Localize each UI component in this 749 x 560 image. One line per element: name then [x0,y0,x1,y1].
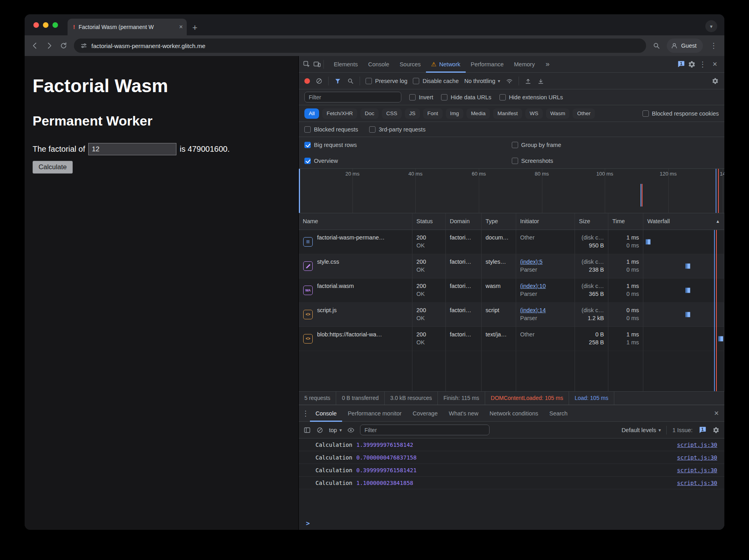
initiator-link[interactable]: Other [520,331,534,338]
blocked-requests-checkbox[interactable]: Blocked requests [304,126,358,133]
big-request-rows-checkbox[interactable]: Big request rows [304,142,512,148]
drawer-tab[interactable]: What's new [443,405,484,422]
site-info-icon[interactable] [80,42,87,49]
overview-checkbox[interactable]: Overview [304,158,512,164]
devtools-tab[interactable]: Network [426,56,466,73]
more-tabs-icon[interactable] [542,60,553,68]
request-type-chip[interactable]: All [304,108,319,119]
import-har-icon[interactable] [524,77,532,85]
calculate-button[interactable]: Calculate [33,161,73,174]
initiator-link[interactable]: (index):14 [520,307,546,313]
console-prompt[interactable] [299,516,724,530]
console-sidebar-icon[interactable] [304,427,311,434]
console-source-link[interactable]: script.js:30 [677,442,717,448]
disable-cache-checkbox[interactable]: Disable cache [413,78,459,84]
url-bar[interactable]: factorial-wasm-permanent-worker.glitch.m… [74,39,646,53]
factorial-input[interactable] [88,143,176,155]
devtools-tab[interactable]: Sources [395,56,426,73]
record-network-log-icon[interactable] [304,78,310,84]
devtools-tab[interactable]: Console [363,56,394,73]
log-levels-dropdown[interactable]: Default levels [621,427,661,433]
issues-counter-icon[interactable]: 1 [677,60,685,69]
search-network-icon[interactable] [347,77,354,85]
export-har-icon[interactable] [537,77,544,85]
zoom-search-icon[interactable] [652,42,660,50]
request-type-chip[interactable]: JS [405,108,420,119]
third-party-requests-checkbox[interactable]: 3rd-party requests [369,126,426,133]
network-conditions-icon[interactable] [506,77,513,85]
devtools-tab[interactable]: Memory [509,56,540,73]
network-overview-timeline[interactable]: 20 ms 40 ms 60 ms 80 ms 100 ms 120 ms 14 [299,169,724,213]
back-icon[interactable] [31,42,39,50]
network-settings-icon[interactable] [712,77,719,85]
drawer-menu-icon[interactable] [301,409,310,418]
timeline-selection-handle[interactable] [299,169,300,213]
throttling-dropdown[interactable]: No throttling [464,78,500,84]
screenshots-checkbox[interactable]: Screenshots [512,158,719,164]
drawer-tab[interactable]: Search [544,405,573,422]
drawer-tab[interactable]: Console [310,405,342,422]
issue-count-label[interactable]: 1 Issue: [672,427,693,433]
inspect-element-icon[interactable] [303,60,311,68]
drawer-tab[interactable]: Coverage [407,405,443,422]
request-type-chip[interactable]: Doc [360,108,379,119]
tab-close-icon[interactable] [179,23,183,31]
devtools-tab[interactable]: Elements [329,56,363,73]
drawer-close-icon[interactable] [711,409,722,418]
reload-icon[interactable] [60,42,68,50]
browser-menu-icon[interactable] [709,41,718,50]
group-by-frame-checkbox[interactable]: Group by frame [512,142,719,148]
devtools-tab[interactable]: Performance [466,56,509,73]
preserve-log-checkbox[interactable]: Preserve log [366,78,407,84]
request-type-chip[interactable]: Fetch/XHR [322,108,357,119]
drawer-tab[interactable]: Performance monitor [342,405,407,422]
table-column-header[interactable]: Waterfall [643,213,724,230]
hide-extension-urls-checkbox[interactable]: Hide extension URLs [499,94,563,100]
devtools-menu-icon[interactable] [698,60,707,69]
close-window-button[interactable] [33,22,39,28]
request-type-chip[interactable]: Wasm [546,108,570,119]
eye-icon[interactable] [347,427,354,434]
console-source-link[interactable]: script.js:30 [677,480,717,486]
issue-bubble-icon[interactable]: 1 [698,426,707,434]
profile-button[interactable]: Guest [667,39,703,53]
network-request-row[interactable]: script.js 200 OK factori… [299,303,724,327]
console-settings-icon[interactable] [712,427,720,434]
console-source-link[interactable]: script.js:30 [677,454,717,461]
request-type-chip[interactable]: Other [573,108,595,119]
network-request-row[interactable]: blob:https://factorial-wa… 200 OK factor… [299,327,724,351]
request-type-chip[interactable]: CSS [382,108,402,119]
invert-checkbox[interactable]: Invert [409,94,433,100]
drawer-tab[interactable]: Network conditions [484,405,544,422]
new-tab-button[interactable] [192,23,197,32]
hide-data-urls-checkbox[interactable]: Hide data URLs [441,94,491,100]
network-request-row[interactable]: factorial.wasm 200 OK factori… [299,278,724,303]
initiator-link[interactable]: Other [520,234,534,241]
devtools-settings-icon[interactable] [688,60,696,68]
console-source-link[interactable]: script.js:30 [677,467,717,473]
clear-network-log-icon[interactable] [315,77,323,85]
request-type-chip[interactable]: Img [446,108,464,119]
browser-tab[interactable]: ! Factorial Wasm (permanent W [68,19,187,35]
blocked-response-cookies-checkbox[interactable]: Blocked response cookies [643,110,719,117]
clear-console-icon[interactable] [316,427,323,434]
table-column-header[interactable]: Type [482,213,516,230]
table-column-header[interactable]: Time [608,213,643,230]
devtools-close-icon[interactable] [709,60,720,69]
table-column-header[interactable]: Domain [446,213,482,230]
request-type-chip[interactable]: Manifest [493,108,522,119]
initiator-link[interactable]: (index):5 [520,259,542,265]
request-type-chip[interactable]: Media [466,108,490,119]
table-column-header[interactable]: Size [575,213,608,230]
request-type-chip[interactable]: Font [423,108,443,119]
table-column-header[interactable]: Name [299,213,412,230]
filter-funnel-icon[interactable] [334,77,341,85]
tab-search-button[interactable] [705,20,717,32]
table-column-header[interactable]: Initiator [516,213,575,230]
initiator-link[interactable]: (index):10 [520,283,546,289]
network-request-row[interactable]: factorial-wasm-permane… 200 OK factori… [299,230,724,254]
network-request-row[interactable]: style.css 200 OK factori… [299,254,724,278]
minimize-window-button[interactable] [43,22,48,28]
maximize-window-button[interactable] [52,22,58,28]
network-filter-input[interactable] [304,92,401,102]
